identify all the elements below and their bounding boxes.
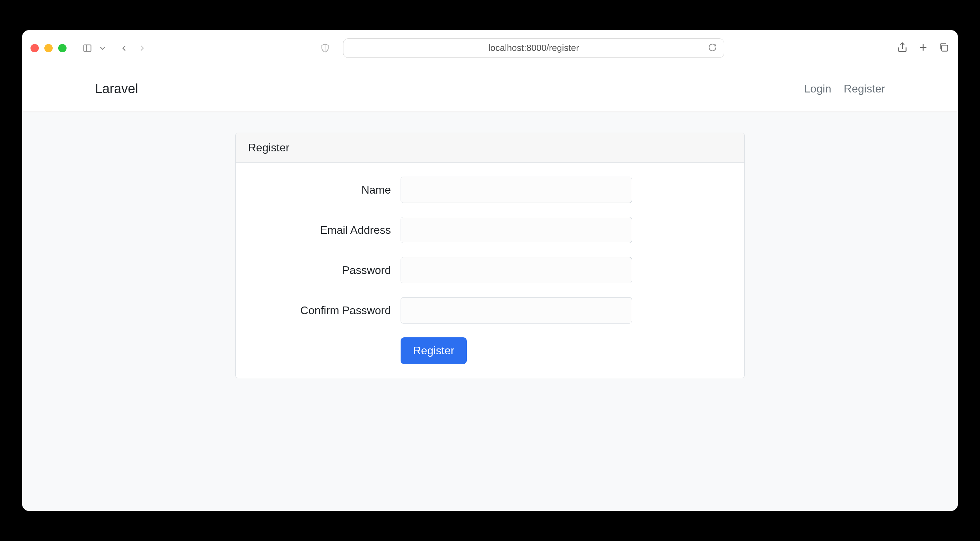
traffic-lights	[30, 44, 67, 52]
minimize-window-button[interactable]	[45, 44, 52, 52]
sidebar-toggle-icon[interactable]	[82, 43, 93, 54]
nav-arrows	[119, 43, 147, 53]
close-window-button[interactable]	[30, 44, 39, 52]
url-text: localhost:8000/register	[488, 43, 579, 53]
maximize-window-button[interactable]	[58, 44, 67, 52]
url-bar[interactable]: localhost:8000/register	[343, 38, 724, 58]
register-button[interactable]: Register	[401, 337, 467, 364]
chrome-right-controls	[897, 42, 950, 54]
register-card: Register Name Email Address Password	[235, 133, 745, 378]
forward-button[interactable]	[137, 43, 147, 53]
navbar-brand[interactable]: Laravel	[95, 81, 138, 96]
card-header: Register	[235, 133, 745, 163]
email-label: Email Address	[248, 224, 401, 236]
privacy-shield-icon[interactable]	[320, 43, 331, 54]
confirm-password-label: Confirm Password	[248, 304, 401, 317]
email-row: Email Address	[248, 217, 732, 243]
chevron-down-icon[interactable]	[97, 43, 108, 54]
browser-chrome: localhost:8000/register	[22, 30, 958, 66]
password-label: Password	[248, 264, 401, 277]
password-row: Password	[248, 257, 732, 283]
submit-row: Register	[248, 337, 732, 364]
refresh-icon[interactable]	[708, 43, 717, 53]
name-input[interactable]	[401, 177, 632, 203]
name-row: Name	[248, 177, 732, 203]
email-input[interactable]	[401, 217, 632, 243]
browser-window: localhost:8000/register	[22, 30, 958, 511]
card-body: Name Email Address Password Confirm Pass…	[235, 163, 745, 378]
page-content: Laravel Login Register Register Name Ema…	[22, 66, 958, 511]
sidebar-controls	[82, 43, 108, 54]
password-input[interactable]	[401, 257, 632, 283]
name-label: Name	[248, 184, 401, 197]
tabs-overview-icon[interactable]	[939, 42, 950, 54]
navbar: Laravel Login Register	[22, 66, 958, 112]
register-link[interactable]: Register	[844, 82, 885, 95]
share-icon[interactable]	[897, 42, 908, 54]
main-container: Register Name Email Address Password	[22, 112, 958, 378]
svg-rect-6	[942, 45, 947, 51]
svg-rect-0	[84, 45, 91, 51]
confirm-password-row: Confirm Password	[248, 297, 732, 324]
navbar-links: Login Register	[804, 82, 885, 95]
new-tab-icon[interactable]	[918, 42, 929, 54]
back-button[interactable]	[119, 43, 129, 53]
confirm-password-input[interactable]	[401, 297, 632, 324]
login-link[interactable]: Login	[804, 82, 831, 95]
